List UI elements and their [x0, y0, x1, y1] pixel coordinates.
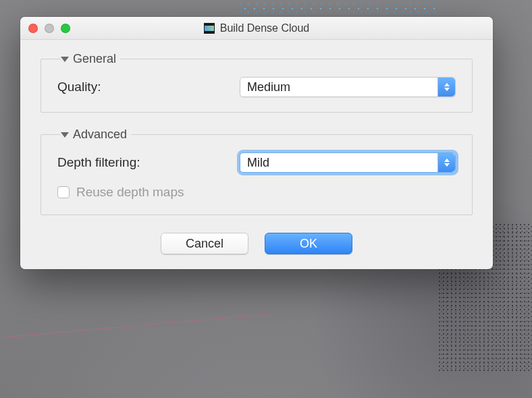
depth-filtering-select[interactable]: Mild: [240, 152, 456, 173]
close-window-button[interactable]: [28, 24, 38, 33]
select-stepper-icon: [437, 153, 455, 172]
ok-button[interactable]: OK: [265, 233, 352, 254]
app-icon: [204, 23, 215, 34]
dialog-title: Build Dense Cloud: [220, 22, 310, 34]
reuse-depth-maps-label: Reuse depth maps: [76, 185, 184, 200]
cancel-button[interactable]: Cancel: [161, 233, 248, 254]
minimize-window-button: [45, 24, 54, 33]
depth-filtering-select-value: Mild: [247, 156, 269, 170]
general-fieldset: Quality: Medium: [41, 59, 473, 113]
quality-select[interactable]: Medium: [240, 77, 456, 97]
quality-label: Quality:: [57, 80, 101, 94]
disclosure-triangle-icon: [61, 132, 69, 138]
depth-filtering-label: Depth filtering:: [57, 155, 140, 170]
advanced-fieldset: Depth filtering: Mild Reuse depth maps: [41, 134, 473, 215]
general-section-label: General: [73, 52, 116, 66]
quality-select-value: Medium: [247, 80, 290, 94]
general-section-header[interactable]: General: [61, 52, 120, 66]
advanced-section-label: Advanced: [73, 127, 127, 142]
advanced-section-header[interactable]: Advanced: [61, 127, 131, 142]
dialog-title-container: Build Dense Cloud: [20, 22, 493, 34]
reuse-depth-maps-checkbox[interactable]: [57, 186, 70, 198]
titlebar: Build Dense Cloud: [20, 17, 493, 40]
dialog-button-row: Cancel OK: [41, 233, 473, 254]
build-dense-cloud-dialog: Build Dense Cloud General Quality: Mediu…: [20, 17, 493, 269]
zoom-window-button[interactable]: [61, 24, 70, 33]
window-controls: [28, 24, 70, 33]
disclosure-triangle-icon: [61, 57, 69, 62]
select-stepper-icon: [437, 78, 455, 96]
